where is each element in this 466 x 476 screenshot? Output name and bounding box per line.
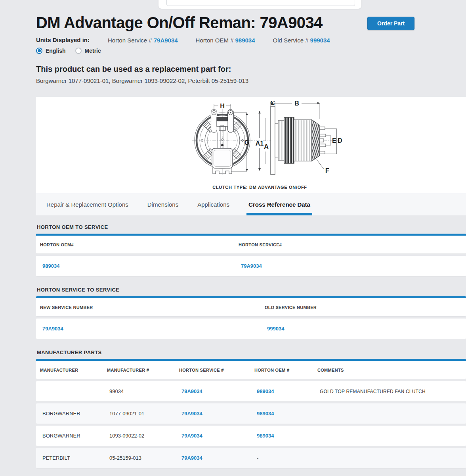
table-row: PETERBILT 05-25159-013 79A9034 - xyxy=(36,448,466,468)
manufacturer-cell: BORGWARNER xyxy=(42,433,109,439)
column-header: MANUFACTURER xyxy=(40,368,107,372)
table-header-row: MANUFACTURER MANUFACTURER # HORTON SERVI… xyxy=(36,361,466,379)
column-header: OLD SERVICE NUMBER xyxy=(265,305,466,310)
old-service-label: Old Service # xyxy=(273,37,309,44)
radio-metric-label: Metric xyxy=(85,48,101,54)
table-row: BORGWARNER 1093-09022-02 79A9034 989034 xyxy=(36,426,466,446)
main-content: DM Advantage On/Off Reman: 79A9034 Order… xyxy=(36,0,466,470)
horton-oem-label: Horton OEM # xyxy=(196,37,234,44)
dim-label-a: A xyxy=(264,143,269,150)
horton-service-link[interactable]: 79A9034 xyxy=(181,411,202,416)
new-service-number-link[interactable]: 79A9034 xyxy=(42,326,63,332)
manufacturer-parts-heading: MANUFACTURER PARTS xyxy=(36,341,466,359)
manufacturer-parts-section: MANUFACTURER PARTS MANUFACTURER MANUFACT… xyxy=(36,341,466,468)
meta-row: Units Displayed in: English Metric Horto… xyxy=(36,36,466,54)
units-radio-group: English Metric xyxy=(36,48,108,54)
dim-label-d: D xyxy=(338,137,342,144)
dim-label-e: E xyxy=(332,137,336,144)
table-header-row: HORTON OEM# HORTON SERVICE# xyxy=(36,236,466,253)
radio-english-label: English xyxy=(46,48,66,54)
column-header: HORTON SERVICE# xyxy=(239,242,466,247)
table-header-row: NEW SERVICE NUMBER OLD SERVICE NUMBER xyxy=(36,298,466,316)
replacement-text: Borgwarner 1077-09021-01, Borgwarner 109… xyxy=(36,77,466,84)
radio-english[interactable]: English xyxy=(36,48,66,54)
diagram-card: H B C G A1 A E D F CLUTCH TYPE: DM ADVAN… xyxy=(36,97,466,193)
dim-label-f: F xyxy=(325,167,329,174)
horton-oem-link[interactable]: 989034 xyxy=(257,433,274,439)
oem-to-service-section: HORTON OEM TO SERVICE HORTON OEM# HORTON… xyxy=(36,215,466,276)
horton-oem-number: Horton OEM #989034 xyxy=(196,37,255,54)
tab-cross-reference-data[interactable]: Cross Reference Data xyxy=(248,193,310,215)
clutch-type-caption: CLUTCH TYPE: DM ADVANTAGE ON/OFF xyxy=(36,185,466,190)
column-header: HORTON SERVICE # xyxy=(179,368,254,372)
service-to-service-heading: HORTON SERVICE TO SERVICE xyxy=(36,278,466,296)
units-block: Units Displayed in: English Metric xyxy=(36,36,108,54)
horton-service-label: Horton Service # xyxy=(108,37,152,44)
horton-service-number: Horton Service #79A9034 xyxy=(108,37,178,54)
radio-metric[interactable]: Metric xyxy=(75,48,101,54)
comments-cell: GOLD TOP REMANUFACTURED FAN CLUTCH xyxy=(320,389,466,394)
manufacturer-number-cell: 05-25159-013 xyxy=(109,455,181,461)
dim-label-b: B xyxy=(294,101,299,107)
oem-to-service-heading: HORTON OEM TO SERVICE xyxy=(36,215,466,234)
tab-applications[interactable]: Applications xyxy=(197,193,229,215)
dim-label-h: H xyxy=(220,103,225,109)
manufacturer-cell: BORGWARNER xyxy=(42,411,109,416)
replacement-heading: This product can be used as a replacemen… xyxy=(36,65,466,74)
horton-service-link[interactable]: 79A9034 xyxy=(181,455,202,461)
old-service-number: Old Service #999034 xyxy=(273,37,330,54)
table-row: 989034 79A9034 xyxy=(36,256,466,276)
clutch-diagram-image: H B C G A1 A E D F xyxy=(187,101,344,180)
column-header: HORTON OEM # xyxy=(254,368,317,372)
horton-oem-link[interactable]: 989034 xyxy=(257,411,274,416)
tab-repair-replacement-options[interactable]: Repair & Replacement Options xyxy=(46,193,128,215)
oem-number-link[interactable]: 989034 xyxy=(42,263,59,269)
part-numbers: Horton Service #79A9034 Horton OEM #9890… xyxy=(108,36,330,54)
column-header: MANUFACTURER # xyxy=(107,368,179,372)
column-header: HORTON OEM# xyxy=(40,242,239,247)
manufacturer-cell: PETERBILT xyxy=(42,455,109,461)
manufacturer-number-cell: 1093-09022-02 xyxy=(109,433,181,439)
table-row: BORGWARNER 1077-09021-01 79A9034 989034 xyxy=(36,403,466,424)
title-row: DM Advantage On/Off Reman: 79A9034 Order… xyxy=(36,13,466,32)
horton-service-value: 79A9034 xyxy=(154,37,178,44)
column-header: COMMENTS xyxy=(317,368,466,372)
horton-oem-link[interactable]: 989034 xyxy=(257,388,274,394)
old-service-value: 999034 xyxy=(310,37,330,44)
dim-label-a1: A1 xyxy=(256,140,264,147)
order-part-button[interactable]: Order Part xyxy=(367,17,414,30)
tab-bar: Repair & Replacement Options Dimensions … xyxy=(36,193,466,215)
manufacturer-number-cell: 99034 xyxy=(109,388,181,394)
tab-dimensions[interactable]: Dimensions xyxy=(147,193,178,215)
column-header: NEW SERVICE NUMBER xyxy=(40,305,265,310)
radio-selected-icon[interactable] xyxy=(36,48,42,54)
radio-unselected-icon[interactable] xyxy=(75,48,82,54)
service-to-service-section: HORTON SERVICE TO SERVICE NEW SERVICE NU… xyxy=(36,278,466,339)
table-row: 99034 79A9034 989034 GOLD TOP REMANUFACT… xyxy=(36,381,466,401)
dim-label-c: C xyxy=(270,101,275,106)
manufacturer-number-cell: 1077-09021-01 xyxy=(109,411,181,416)
service-number-link[interactable]: 79A9034 xyxy=(241,263,262,269)
horton-service-link[interactable]: 79A9034 xyxy=(181,433,202,439)
replacement-block: This product can be used as a replacemen… xyxy=(36,65,466,84)
dim-label-g: G xyxy=(244,139,249,146)
horton-oem-value: 989034 xyxy=(235,37,255,44)
table-row: 79A9034 999034 xyxy=(36,319,466,339)
horton-oem-cell: - xyxy=(257,455,320,461)
horton-service-link[interactable]: 79A9034 xyxy=(181,388,202,394)
old-service-number-link[interactable]: 999034 xyxy=(267,326,284,332)
units-label: Units Displayed in: xyxy=(36,36,108,43)
